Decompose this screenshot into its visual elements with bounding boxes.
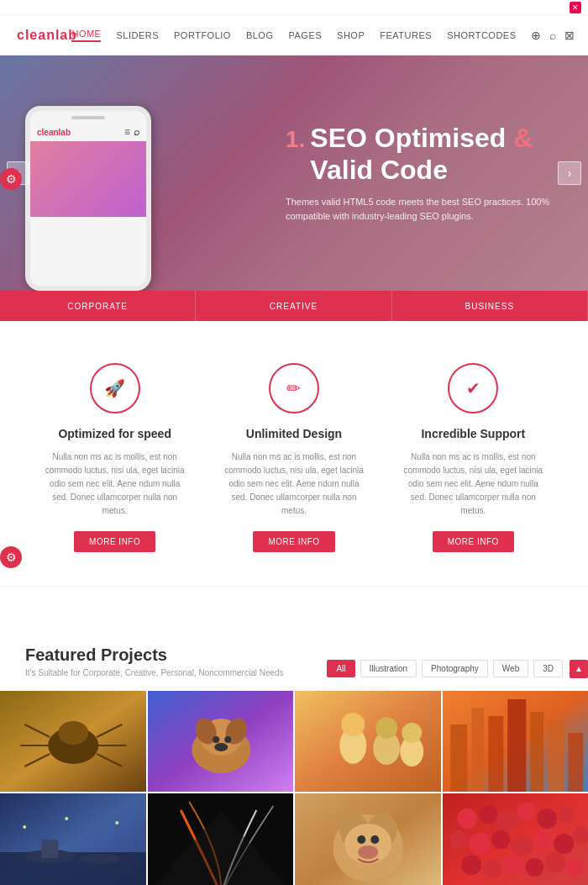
- header: cleanlab HOME SLIDERS PORTFOLIO BLOG PAG…: [0, 15, 588, 55]
- svg-point-58: [491, 830, 510, 849]
- portfolio-item-7[interactable]: [443, 793, 589, 885]
- feature-support-title: Incredible Support: [401, 427, 546, 440]
- svg-point-16: [214, 743, 228, 751]
- svg-rect-28: [507, 699, 526, 792]
- phone-search-icon: ⌕: [134, 126, 139, 138]
- design-icon: ✏: [269, 363, 319, 414]
- svg-point-21: [375, 717, 397, 739]
- svg-point-48: [358, 845, 378, 859]
- portfolio-item-6[interactable]: [295, 793, 441, 885]
- feature-speed-btn[interactable]: More info: [74, 531, 155, 552]
- portfolio-item-4[interactable]: [0, 793, 146, 885]
- nav-portfolio[interactable]: PORTFOLIO: [174, 30, 231, 40]
- svg-rect-30: [548, 720, 564, 792]
- portfolio-section: Featured Projects It's Suitable for Corp…: [0, 612, 588, 677]
- svg-point-56: [449, 830, 468, 849]
- svg-rect-26: [471, 708, 484, 792]
- nav-features[interactable]: FEATURES: [380, 30, 432, 40]
- logo: cleanlab: [17, 28, 77, 43]
- support-icon: ✔: [448, 363, 498, 414]
- phone-speaker: [71, 116, 105, 119]
- phone-menu-icon: ≡: [124, 126, 130, 138]
- portfolio-filter-area: All Illustration Photography Web 3D ▲: [327, 660, 563, 677]
- nav-shop[interactable]: SHOP: [337, 30, 365, 40]
- svg-point-57: [469, 833, 491, 855]
- nav-pages[interactable]: PAGES: [288, 30, 322, 40]
- svg-point-61: [554, 834, 574, 854]
- feature-design-desc: Nulla non ms ac is mollis, est non commo…: [221, 450, 366, 518]
- svg-point-52: [496, 809, 518, 831]
- hero-next-button[interactable]: ›: [558, 161, 581, 185]
- category-bar: CORPORATE CREATIVE BUSINESS: [0, 291, 588, 321]
- feature-design-btn[interactable]: More info: [253, 531, 334, 552]
- portfolio-item-2[interactable]: [295, 691, 441, 792]
- search-icon[interactable]: ⌕: [549, 29, 556, 42]
- cat-creative[interactable]: CREATIVE: [196, 291, 391, 321]
- gear-icon-top[interactable]: ⚙: [0, 168, 22, 190]
- portfolio-scroll-up[interactable]: ▲: [570, 660, 588, 678]
- portfolio-filters: All Illustration Photography Web 3D: [327, 660, 563, 677]
- feature-support-btn[interactable]: More info: [433, 531, 514, 552]
- portfolio-item-3[interactable]: [443, 691, 589, 792]
- hero-title: SEO Optimised &Valid Code: [310, 122, 533, 187]
- svg-point-2: [58, 721, 88, 745]
- cat-business[interactable]: BUSINESS: [392, 291, 588, 321]
- nav-sliders[interactable]: SLIDERS: [116, 30, 159, 40]
- svg-point-23: [402, 723, 422, 743]
- hero-section: cleanlab ≡ ⌕ 1. SEO Optimised &Valid Cod…: [0, 55, 588, 291]
- filter-illustration[interactable]: Illustration: [360, 660, 417, 677]
- svg-point-65: [502, 854, 524, 876]
- portfolio-grid: [0, 691, 588, 885]
- svg-rect-27: [488, 716, 503, 792]
- close-button[interactable]: ✕: [570, 2, 581, 13]
- svg-point-55: [558, 806, 575, 823]
- svg-point-64: [483, 860, 501, 878]
- portfolio-item-1[interactable]: [148, 691, 294, 792]
- feature-speed-desc: Nulla non ms ac is mollis, est non commo…: [42, 450, 187, 518]
- svg-point-67: [545, 852, 565, 872]
- portfolio-header-left: Featured Projects It's Suitable for Corp…: [25, 645, 284, 677]
- feature-design: ✏ Unlimited Design Nulla non ms ac is mo…: [204, 363, 383, 552]
- feature-speed-title: Optimized for speed: [42, 427, 187, 440]
- filter-3d[interactable]: 3D: [533, 660, 563, 677]
- filter-photography[interactable]: Photography: [422, 660, 488, 677]
- phone-screen: [30, 141, 146, 217]
- svg-point-53: [517, 803, 535, 821]
- nav-shortcodes[interactable]: SHORTCODES: [447, 30, 516, 40]
- top-bar: ✕: [0, 0, 588, 15]
- filter-web[interactable]: Web: [493, 660, 528, 677]
- filter-all[interactable]: All: [327, 660, 354, 677]
- cat-corporate[interactable]: CORPORATE: [0, 291, 196, 321]
- hero-description: Themes valid HTML5 code meets the best S…: [286, 195, 554, 224]
- svg-rect-31: [568, 733, 583, 792]
- nav-icons: ⊕ ⌕ ⊠: [531, 29, 575, 42]
- svg-point-39: [115, 821, 118, 824]
- phone-logo-bar: cleanlab ≡ ⌕: [30, 123, 146, 141]
- svg-point-60: [533, 830, 552, 849]
- svg-point-66: [525, 858, 543, 877]
- feature-speed: 🚀 Optimized for speed Nulla non ms ac is…: [25, 363, 204, 552]
- gear-icon-bottom[interactable]: ⚙: [0, 546, 22, 568]
- feature-design-title: Unlimited Design: [221, 427, 366, 440]
- svg-point-37: [23, 825, 26, 829]
- feature-support: ✔ Incredible Support Nulla non ms ac is …: [384, 363, 563, 552]
- svg-point-63: [461, 855, 481, 875]
- portfolio-item-5[interactable]: [148, 793, 294, 885]
- svg-point-14: [213, 736, 219, 743]
- svg-point-50: [457, 809, 477, 829]
- main-nav: HOME SLIDERS PORTFOLIO BLOG PAGES SHOP F…: [71, 29, 516, 42]
- svg-rect-25: [450, 724, 467, 792]
- cart-icon[interactable]: ⊠: [564, 29, 575, 42]
- features-section: 🚀 Optimized for speed Nulla non ms ac is…: [0, 321, 588, 586]
- portfolio-item-0[interactable]: [0, 691, 146, 792]
- portfolio-subtitle: It's Suitable for Corporate, Creative, P…: [25, 668, 284, 677]
- nav-blog[interactable]: BLOG: [246, 30, 274, 40]
- globe-icon[interactable]: ⊕: [531, 29, 541, 42]
- svg-point-36: [79, 854, 121, 864]
- portfolio-header: Featured Projects It's Suitable for Corp…: [25, 645, 563, 677]
- svg-point-54: [537, 809, 557, 829]
- svg-rect-29: [530, 712, 543, 792]
- svg-point-46: [357, 835, 365, 844]
- feature-support-desc: Nulla non ms ac is mollis, est non commo…: [401, 450, 546, 518]
- svg-point-38: [65, 817, 68, 820]
